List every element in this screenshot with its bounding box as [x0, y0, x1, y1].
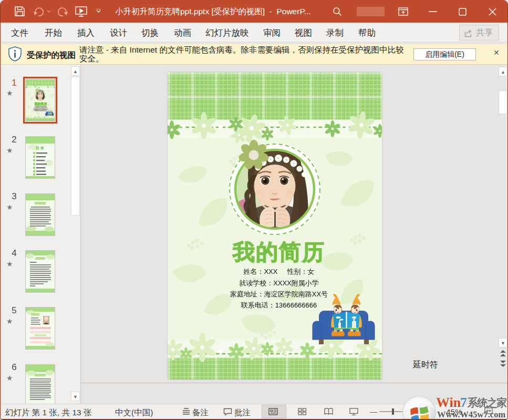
svg-text:Www.W45w7.com: Www.W45w7.com — [437, 409, 505, 419]
svg-text:Win: Win — [436, 395, 461, 410]
svg-text:我的简历: 我的简历 — [232, 240, 325, 264]
svg-text:我的简历: 我的简历 — [34, 103, 47, 106]
svg-text:姓名：XXX 性别：女: 姓名：XXX 性别：女 — [243, 268, 314, 275]
svg-text:就读学校：XXXX附属小学: 就读学校：XXXX附属小学 — [239, 279, 319, 287]
svg-text:家庭地址：海淀区学院南路XX号: 家庭地址：海淀区学院南路XX号 — [230, 290, 328, 298]
svg-text:7: 7 — [460, 395, 467, 410]
svg-text:系统之家: 系统之家 — [467, 397, 506, 408]
svg-text:联系电话：13666666666: 联系电话：13666666666 — [241, 301, 317, 309]
svg-text:目 录: 目 录 — [36, 146, 44, 150]
